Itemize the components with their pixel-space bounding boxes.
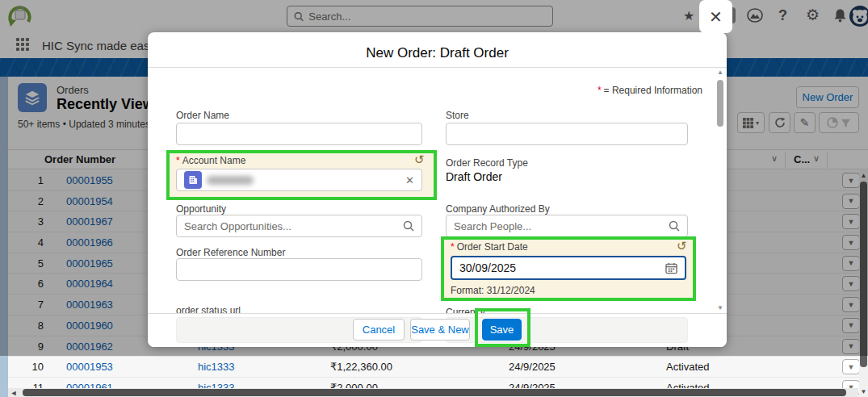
opportunity-label: Opportunity [176, 203, 226, 215]
undo-icon[interactable]: ↺ [414, 153, 425, 165]
account-name-redacted-value [207, 176, 254, 185]
modal-scrollbar-thumb[interactable] [717, 80, 723, 127]
modal-footer: Cancel Save & New Save [148, 313, 727, 347]
order-record-type-label: Order Record Type [446, 157, 528, 169]
order-name-input[interactable] [176, 123, 422, 145]
row-actions-button[interactable]: ▼ [842, 359, 860, 374]
calendar-icon[interactable] [665, 262, 677, 274]
scroll-down-icon[interactable]: ▼ [859, 388, 868, 395]
cancel-button[interactable]: Cancel [353, 319, 405, 341]
divider [148, 67, 727, 68]
order-reference-number-input[interactable] [176, 258, 422, 281]
account-link[interactable]: hic1333 [198, 361, 235, 373]
clear-x-icon[interactable]: ✕ [405, 174, 414, 186]
account-name-label: *Account Name [176, 155, 245, 166]
scroll-up-icon[interactable]: ▲ [715, 69, 725, 76]
table-row[interactable]: 1000001953hic1333₹1,22,360.0024/9/2025Ac… [8, 357, 868, 378]
search-icon [669, 220, 680, 232]
modal-scrollbar[interactable]: ▲ ▼ [715, 69, 725, 311]
account-name-lookup[interactable]: ✕ [176, 169, 422, 191]
store-input[interactable] [446, 123, 688, 145]
scroll-down-icon[interactable]: ▼ [715, 304, 725, 311]
horizontal-scrollbar-thumb[interactable] [23, 389, 846, 396]
order-start-date-input[interactable]: 30/09/2025 [451, 256, 686, 280]
order-name-label: Order Name [176, 110, 229, 121]
company-authorized-by-label: Company Authorized By [446, 203, 550, 215]
close-icon[interactable]: ✕ [699, 0, 732, 33]
search-icon [403, 220, 414, 232]
order-record-type-value: Draft Order [446, 170, 502, 183]
modal-title: New Order: Draft Order [148, 45, 727, 61]
opportunity-lookup[interactable]: Search Opportunities... [176, 215, 422, 237]
save-button[interactable]: Save [482, 319, 522, 341]
order-start-date-label: *Order Start Date [451, 241, 528, 253]
undo-icon[interactable]: ↺ [677, 240, 687, 252]
order-reference-number-label: Order Reference Number [176, 247, 285, 258]
store-label: Store [446, 110, 469, 121]
save-and-new-button[interactable]: Save & New [410, 319, 470, 341]
scroll-left-icon[interactable]: ◄ [8, 389, 19, 397]
order-link[interactable]: 00001953 [66, 361, 113, 373]
new-order-modal: New Order: Draft Order *= Required Infor… [148, 32, 727, 347]
company-authorized-by-lookup[interactable]: Search People... [446, 215, 688, 237]
date-format-hint: Format: 31/12/2024 [451, 285, 535, 296]
required-info-note: *= Required Information [598, 85, 702, 96]
account-pill-icon [184, 171, 202, 189]
horizontal-scrollbar[interactable]: ◄ [8, 388, 858, 397]
